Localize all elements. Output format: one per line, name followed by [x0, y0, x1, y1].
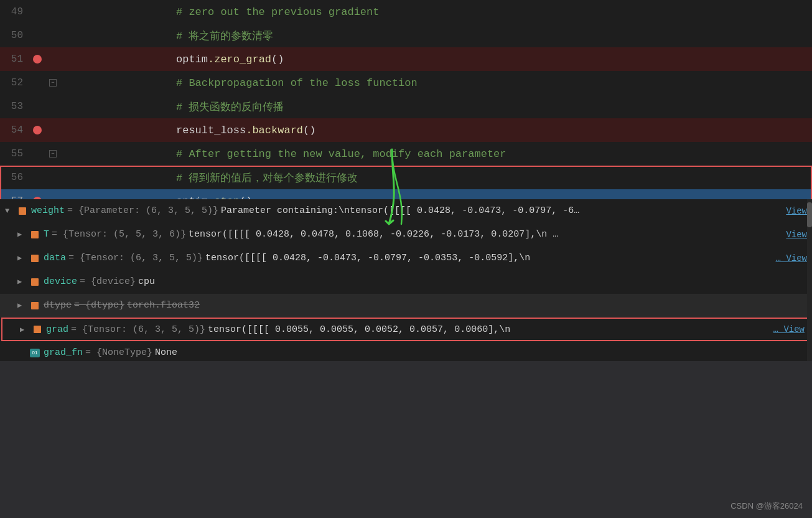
debug-icon-dtype [29, 301, 41, 311]
fold-icon[interactable]: − [49, 79, 57, 87]
orange-square-icon [34, 326, 41, 333]
code-line-57: 57 optim.step() [0, 189, 812, 199]
debug-icon-grad-fn: 01 [29, 348, 41, 358]
debug-row-grad-fn: ▶ 01 grad_fn = {NoneType} None [0, 341, 812, 361]
debug-var-name: data [44, 253, 66, 263]
blue-01-icon: 01 [30, 349, 40, 357]
code-line-50: 50 # 将之前的参数清零 [0, 24, 812, 47]
debug-var-type: = {Parameter: (6, 3, 5, 5)} [67, 205, 218, 216]
orange-square-icon [31, 302, 39, 309]
line-number: 53 [0, 101, 28, 112]
debug-var-value: cpu [138, 276, 807, 287]
code-content: # 损失函数的反向传播 [59, 100, 812, 114]
code-line-49: 49 # zero out the previous gradient [0, 0, 812, 24]
breakpoint-dot [33, 55, 42, 64]
debug-view-link[interactable]: View [786, 206, 807, 216]
code-line-56: 56 # 得到新的值后，对每个参数进行修改 [0, 166, 812, 189]
breakpoint-dot [33, 126, 42, 134]
code-content: # zero out the previous gradient [59, 6, 812, 18]
code-content: result_loss.backward() [59, 125, 812, 136]
debug-icon-grad [31, 324, 44, 334]
debug-var-type: = {Tensor: (6, 3, 5, 5)} [68, 253, 203, 263]
debug-var-type: = {device} [80, 276, 136, 287]
debug-icon-weight [16, 206, 29, 216]
line-number: 50 [0, 30, 28, 41]
line-number: 52 [0, 77, 28, 88]
debug-var-name: dtype [44, 300, 72, 311]
line-number: 51 [0, 54, 28, 65]
line-number: 54 [0, 125, 28, 136]
debug-var-name: grad_fn [44, 347, 83, 358]
debug-var-name: T [44, 229, 49, 240]
fold-area: − [47, 150, 59, 158]
debug-var-name: weight [31, 205, 65, 216]
code-line-54: 54 result_loss.backward() [0, 118, 812, 142]
debug-var-type: = {Tensor: (5, 5, 3, 6)} [52, 229, 186, 240]
bottom-empty-area [0, 361, 812, 518]
orange-square-icon [19, 207, 26, 215]
code-content: # 得到新的值后，对每个参数进行修改 [59, 171, 812, 185]
debug-view-link[interactable]: … View [773, 324, 805, 334]
expand-grad[interactable]: ▶ [20, 325, 31, 334]
debug-row-device: ▶ device = {device} cpu [0, 270, 812, 294]
expand-T[interactable]: ▶ [17, 230, 29, 239]
debug-icon-data [29, 253, 41, 263]
debug-var-name: device [44, 276, 77, 287]
debug-row-T: ▶ T = {Tensor: (5, 5, 3, 6)} tensor([[[[… [0, 223, 812, 247]
debug-panel: ▼ weight = {Parameter: (6, 3, 5, 5)} Par… [0, 199, 812, 361]
orange-square-icon [31, 278, 39, 286]
code-content: # 将之前的参数清零 [59, 29, 812, 43]
debug-var-value: tensor([[[[ 0.0428, 0.0478, 0.1068, -0.0… [189, 229, 781, 240]
expand-device[interactable]: ▶ [17, 277, 29, 286]
debug-scrollbar-thumb [807, 202, 812, 227]
expand-data[interactable]: ▶ [17, 253, 29, 263]
code-line-55: 55 − # After getting the new value, modi… [0, 142, 812, 166]
debug-var-value: tensor([[[[ 0.0428, -0.0473, -0.0797, -0… [205, 253, 771, 263]
expand-weight[interactable]: ▼ [5, 207, 16, 215]
code-content: optim.zero_grad() [59, 54, 812, 65]
debug-var-value: Parameter containing:\ntensor([[[[ 0.042… [221, 205, 781, 216]
debug-row-dtype: ▶ dtype = {dtype} torch.float32 [0, 294, 812, 318]
expand-dtype[interactable]: ▶ [17, 301, 29, 310]
breakpoint-area-51 [28, 55, 47, 64]
orange-square-icon [31, 231, 39, 238]
watermark: CSDN @游客26024 [730, 501, 803, 512]
debug-var-name: grad [46, 324, 68, 335]
debug-scrollbar[interactable] [807, 199, 812, 361]
debug-row-weight: ▼ weight = {Parameter: (6, 3, 5, 5)} Par… [0, 199, 812, 223]
debug-var-type: = {Tensor: (6, 3, 5, 5)} [71, 324, 205, 335]
debug-var-type: = {dtype} [74, 300, 124, 311]
debug-row-grad: ▶ grad = {Tensor: (6, 3, 5, 5)} tensor([… [1, 318, 811, 341]
code-content: # After getting the new value, modify ea… [59, 148, 812, 160]
red-box-container: 56 # 得到新的值后，对每个参数进行修改 57 optim.step() [0, 166, 812, 199]
debug-view-link[interactable]: … View [776, 253, 807, 263]
debug-icon-T [29, 230, 41, 240]
code-content: # Backpropagation of the loss function [59, 77, 812, 89]
code-line-52: 52 − # Backpropagation of the loss funct… [0, 71, 812, 95]
fold-icon[interactable]: − [49, 150, 57, 158]
debug-var-value: None [155, 347, 807, 358]
debug-icon-device [29, 277, 41, 287]
line-number: 56 [0, 172, 28, 183]
code-line-53: 53 # 损失函数的反向传播 [0, 95, 812, 118]
code-line-51: 51 optim.zero_grad() [0, 47, 812, 71]
debug-view-link[interactable]: View [786, 230, 807, 240]
breakpoint-area-54 [28, 126, 47, 134]
debug-var-value: torch.float32 [127, 300, 807, 311]
debug-var-value: tensor([[[[ 0.0055, 0.0055, 0.0052, 0.00… [208, 324, 768, 335]
line-number: 49 [0, 6, 28, 17]
orange-square-icon [31, 255, 39, 262]
debug-var-type: = {NoneType} [85, 347, 152, 358]
debug-row-data: ▶ data = {Tensor: (6, 3, 5, 5)} tensor([… [0, 247, 812, 270]
line-number: 55 [0, 148, 28, 159]
code-editor: 49 # zero out the previous gradient 50 #… [0, 0, 812, 199]
fold-area: − [47, 79, 59, 87]
